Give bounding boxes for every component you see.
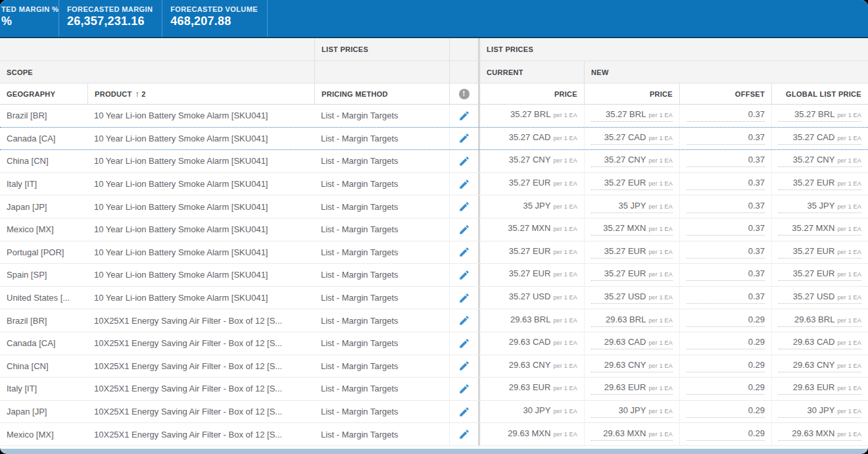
table-row[interactable]: Japan [JP] 10 Year Li-ion Battery Smoke … xyxy=(0,195,868,218)
new-price-cell[interactable]: 35.27 EUR per 1 EA xyxy=(584,173,679,195)
new-price-cell[interactable]: 35.27 EUR per 1 EA xyxy=(584,264,679,286)
global-list-price-cell[interactable]: 35.27 USD per 1 EA xyxy=(771,287,868,309)
offset-cell[interactable]: 0.37 xyxy=(679,218,771,241)
table-row[interactable]: Italy [IT] 10 Year Li-ion Battery Smoke … xyxy=(0,173,868,196)
edit-cell[interactable] xyxy=(449,150,478,172)
table-row[interactable]: United States [... 10 Year Li-ion Batter… xyxy=(0,287,868,310)
edit-pencil-icon[interactable] xyxy=(458,269,470,281)
global-list-price-cell[interactable]: 35.27 EUR per 1 EA xyxy=(771,241,868,264)
edit-cell[interactable] xyxy=(449,195,478,218)
global-list-price-cell[interactable]: 35.27 EUR per 1 EA xyxy=(771,173,868,195)
offset-cell[interactable]: 0.37 xyxy=(679,105,771,127)
edit-cell[interactable] xyxy=(449,287,478,309)
edit-cell[interactable] xyxy=(449,378,478,400)
offset-cell[interactable]: 0.37 xyxy=(679,287,771,309)
global-list-price-column-header[interactable]: GLOBAL LIST PRICE xyxy=(771,84,868,104)
edit-pencil-icon[interactable] xyxy=(458,406,470,418)
edit-pencil-icon[interactable] xyxy=(458,360,470,372)
new-price-cell[interactable]: 35.27 EUR per 1 EA xyxy=(584,241,679,264)
offset-cell[interactable]: 0.37 xyxy=(679,128,771,150)
horizontal-scrollbar[interactable] xyxy=(0,449,868,451)
table-row[interactable]: Brazil [BR] 10 Year Li-ion Battery Smoke… xyxy=(0,105,868,128)
edit-cell[interactable] xyxy=(449,218,478,241)
summary-tile-forecasted-margin: FORECASTED MARGIN 26,357,231.16 xyxy=(59,0,162,37)
new-price-cell[interactable]: 35.27 CAD per 1 EA xyxy=(584,128,679,150)
offset-cell[interactable]: 0.29 xyxy=(679,332,771,355)
offset-cell[interactable]: 0.29 xyxy=(679,378,771,400)
offset-column-header[interactable]: OFFSET xyxy=(679,84,771,104)
table-row[interactable]: China [CN] 10X25X1 Energy Saving Air Fil… xyxy=(0,355,868,378)
new-price-cell[interactable]: 35.27 BRL per 1 EA xyxy=(584,105,679,127)
offset-cell[interactable]: 0.37 xyxy=(679,150,771,172)
offset-cell[interactable]: 0.29 xyxy=(679,423,771,445)
edit-cell[interactable] xyxy=(449,401,478,423)
new-price-cell[interactable]: 35.27 USD per 1 EA xyxy=(584,287,679,309)
offset-cell[interactable]: 0.29 xyxy=(679,355,771,378)
new-price-cell[interactable]: 35 JPY per 1 EA xyxy=(584,195,679,218)
table-row[interactable]: Mexico [MX] 10 Year Li-ion Battery Smoke… xyxy=(0,218,868,241)
edit-pencil-icon[interactable] xyxy=(458,315,470,326)
new-price-cell[interactable]: 29.63 BRL per 1 EA xyxy=(584,309,679,332)
table-row[interactable]: Canada [CA] 10X25X1 Energy Saving Air Fi… xyxy=(0,332,868,355)
global-list-price-cell[interactable]: 29.63 MXN per 1 EA xyxy=(771,423,868,445)
global-list-price-cell[interactable]: 29.63 CAD per 1 EA xyxy=(771,332,868,355)
global-list-price-cell[interactable]: 30 JPY per 1 EA xyxy=(771,401,868,423)
edit-cell[interactable] xyxy=(449,241,478,264)
offset-cell[interactable]: 0.29 xyxy=(679,309,771,332)
pricing-method-column-header[interactable]: PRICING METHOD xyxy=(314,84,449,104)
table-row[interactable]: Canada [CA] 10 Year Li-ion Battery Smoke… xyxy=(0,128,868,151)
global-list-price-cell[interactable]: 35.27 CNY per 1 EA xyxy=(771,150,868,172)
edit-cell[interactable] xyxy=(449,264,478,286)
offset-cell[interactable]: 0.37 xyxy=(679,241,771,264)
new-price-cell[interactable]: 30 JPY per 1 EA xyxy=(584,401,679,423)
new-price-cell[interactable]: 29.63 CAD per 1 EA xyxy=(584,332,679,355)
edit-pencil-icon[interactable] xyxy=(458,110,470,122)
global-list-price-cell[interactable]: 29.63 CNY per 1 EA xyxy=(771,355,868,378)
edit-cell[interactable] xyxy=(449,309,478,332)
new-price-column-header[interactable]: PRICE xyxy=(584,84,679,104)
edit-cell[interactable] xyxy=(449,355,478,378)
table-row[interactable]: Portugal [POR] 10 Year Li-ion Battery Sm… xyxy=(0,241,868,265)
alerts-column-header[interactable]: ! xyxy=(449,84,478,104)
edit-pencil-icon[interactable] xyxy=(458,383,470,395)
new-price-cell[interactable]: 35.27 MXN per 1 EA xyxy=(584,218,679,241)
table-row[interactable]: Brazil [BR] 10X25X1 Energy Saving Air Fi… xyxy=(0,309,868,332)
edit-pencil-icon[interactable] xyxy=(458,338,470,349)
edit-pencil-icon[interactable] xyxy=(458,178,470,190)
geography-column-header[interactable]: GEOGRAPHY xyxy=(0,84,87,104)
global-list-price-cell[interactable]: 35.27 EUR per 1 EA xyxy=(771,264,868,286)
edit-cell[interactable] xyxy=(449,423,478,445)
global-list-price-cell[interactable]: 35.27 CAD per 1 EA xyxy=(771,128,868,150)
edit-cell[interactable] xyxy=(449,105,478,127)
table-row[interactable]: Japan [JP] 10X25X1 Energy Saving Air Fil… xyxy=(0,401,868,424)
edit-pencil-icon[interactable] xyxy=(458,224,470,236)
offset-cell[interactable]: 0.37 xyxy=(679,195,771,218)
global-list-price-cell[interactable]: 29.63 BRL per 1 EA xyxy=(771,309,868,332)
edit-cell[interactable] xyxy=(449,332,478,355)
edit-pencil-icon[interactable] xyxy=(458,132,470,144)
product-column-header[interactable]: PRODUCT ↑ 2 xyxy=(87,84,314,104)
current-price-column-header[interactable]: PRICE xyxy=(480,84,584,104)
global-list-price-cell[interactable]: 35.27 BRL per 1 EA xyxy=(771,105,868,127)
edit-cell[interactable] xyxy=(449,128,478,150)
new-price-cell[interactable]: 35.27 CNY per 1 EA xyxy=(584,150,679,172)
edit-pencil-icon[interactable] xyxy=(458,155,470,167)
edit-pencil-icon[interactable] xyxy=(458,246,470,258)
global-list-price-cell[interactable]: 35.27 MXN per 1 EA xyxy=(771,218,868,241)
offset-cell[interactable]: 0.37 xyxy=(679,173,771,195)
edit-cell[interactable] xyxy=(449,173,478,195)
global-list-price-cell[interactable]: 29.63 EUR per 1 EA xyxy=(771,378,868,400)
new-price-cell[interactable]: 29.63 EUR per 1 EA xyxy=(584,378,679,400)
edit-pencil-icon[interactable] xyxy=(458,428,470,440)
table-row[interactable]: China [CN] 10 Year Li-ion Battery Smoke … xyxy=(0,150,868,173)
table-row[interactable]: Spain [SP] 10 Year Li-ion Battery Smoke … xyxy=(0,264,868,287)
edit-pencil-icon[interactable] xyxy=(458,201,470,213)
new-price-cell[interactable]: 29.63 MXN per 1 EA xyxy=(584,423,679,445)
new-price-cell[interactable]: 29.63 CNY per 1 EA xyxy=(584,355,679,378)
edit-pencil-icon[interactable] xyxy=(458,292,470,304)
global-list-price-cell[interactable]: 35 JPY per 1 EA xyxy=(771,195,868,218)
offset-cell[interactable]: 0.37 xyxy=(679,264,771,286)
table-row[interactable]: Mexico [MX] 10X25X1 Energy Saving Air Fi… xyxy=(0,423,868,446)
offset-cell[interactable]: 0.29 xyxy=(679,401,771,423)
table-row[interactable]: Italy [IT] 10X25X1 Energy Saving Air Fil… xyxy=(0,378,868,401)
